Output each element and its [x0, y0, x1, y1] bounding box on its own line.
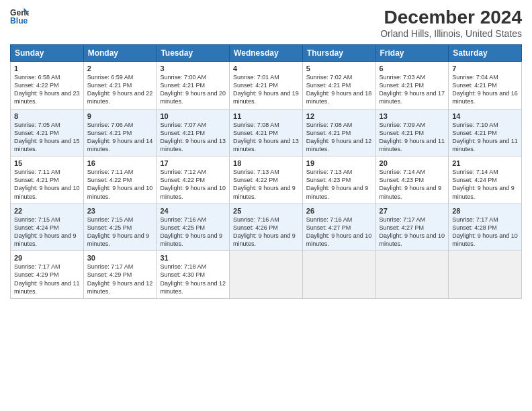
calendar-cell: 11Sunrise: 7:08 AMSunset: 4:21 PMDayligh…: [230, 109, 303, 156]
calendar-cell: 1Sunrise: 6:58 AMSunset: 4:22 PMDaylight…: [11, 62, 84, 109]
day-info: Sunrise: 7:03 AMSunset: 4:21 PMDaylight:…: [380, 73, 445, 106]
weekday-header: Tuesday: [157, 45, 230, 62]
day-info: Sunrise: 7:14 AMSunset: 4:24 PMDaylight:…: [452, 168, 518, 201]
day-info: Sunrise: 7:17 AMSunset: 4:29 PMDaylight:…: [14, 263, 80, 295]
day-number: 21: [452, 159, 518, 167]
day-info: Sunrise: 6:58 AMSunset: 4:22 PMDaylight:…: [14, 73, 80, 106]
calendar-cell: [449, 251, 522, 299]
calendar-cell: [302, 251, 375, 299]
calendar-cell: 6Sunrise: 7:03 AMSunset: 4:21 PMDaylight…: [375, 62, 449, 109]
calendar-cell: 27Sunrise: 7:17 AMSunset: 4:27 PMDayligh…: [375, 203, 449, 251]
calendar-cell: 22Sunrise: 7:15 AMSunset: 4:24 PMDayligh…: [11, 203, 84, 251]
calendar-cell: 13Sunrise: 7:09 AMSunset: 4:21 PMDayligh…: [375, 109, 449, 156]
day-number: 16: [87, 159, 153, 167]
weekday-header: Monday: [83, 45, 157, 62]
day-info: Sunrise: 7:15 AMSunset: 4:25 PMDaylight:…: [87, 216, 153, 248]
day-info: Sunrise: 7:16 AMSunset: 4:25 PMDaylight:…: [160, 216, 226, 248]
day-number: 24: [160, 207, 226, 215]
calendar-cell: 17Sunrise: 7:12 AMSunset: 4:22 PMDayligh…: [157, 156, 230, 204]
calendar-cell: 9Sunrise: 7:06 AMSunset: 4:21 PMDaylight…: [83, 109, 157, 156]
calendar-cell: 14Sunrise: 7:10 AMSunset: 4:21 PMDayligh…: [449, 109, 522, 156]
day-number: 3: [160, 64, 226, 73]
day-number: 30: [87, 254, 153, 262]
day-number: 26: [306, 207, 372, 215]
day-number: 13: [380, 112, 445, 120]
day-info: Sunrise: 7:13 AMSunset: 4:22 PMDaylight:…: [233, 168, 299, 201]
header: General Blue December 2024 Orland Hills,…: [10, 7, 522, 39]
day-number: 27: [380, 207, 445, 215]
weekday-header: Friday: [375, 45, 449, 62]
calendar-cell: 24Sunrise: 7:16 AMSunset: 4:25 PMDayligh…: [157, 203, 230, 251]
calendar-week-row: 29Sunrise: 7:17 AMSunset: 4:29 PMDayligh…: [11, 251, 522, 299]
calendar-cell: 18Sunrise: 7:13 AMSunset: 4:22 PMDayligh…: [230, 156, 303, 204]
day-number: 29: [14, 254, 80, 262]
day-info: Sunrise: 7:10 AMSunset: 4:21 PMDaylight:…: [452, 121, 518, 154]
day-number: 12: [306, 112, 372, 120]
day-number: 15: [14, 159, 80, 167]
day-number: 5: [306, 64, 372, 73]
calendar-cell: 3Sunrise: 7:00 AMSunset: 4:21 PMDaylight…: [157, 62, 230, 109]
calendar-week-row: 8Sunrise: 7:05 AMSunset: 4:21 PMDaylight…: [11, 109, 522, 156]
day-info: Sunrise: 7:06 AMSunset: 4:21 PMDaylight:…: [87, 121, 153, 154]
day-info: Sunrise: 7:16 AMSunset: 4:26 PMDaylight:…: [233, 216, 299, 248]
title-block: December 2024 Orland Hills, Illinois, Un…: [380, 7, 522, 39]
day-info: Sunrise: 7:14 AMSunset: 4:23 PMDaylight:…: [380, 168, 445, 201]
day-info: Sunrise: 7:17 AMSunset: 4:29 PMDaylight:…: [87, 263, 153, 295]
day-info: Sunrise: 7:15 AMSunset: 4:24 PMDaylight:…: [14, 216, 80, 248]
day-info: Sunrise: 6:59 AMSunset: 4:21 PMDaylight:…: [87, 73, 153, 106]
day-number: 14: [452, 112, 518, 120]
calendar-table: SundayMondayTuesdayWednesdayThursdayFrid…: [10, 44, 522, 299]
calendar-cell: 28Sunrise: 7:17 AMSunset: 4:28 PMDayligh…: [449, 203, 522, 251]
day-number: 18: [233, 159, 299, 167]
day-number: 28: [452, 207, 518, 215]
day-number: 19: [306, 159, 372, 167]
calendar-cell: 5Sunrise: 7:02 AMSunset: 4:21 PMDaylight…: [302, 62, 375, 109]
calendar-cell: 16Sunrise: 7:11 AMSunset: 4:22 PMDayligh…: [83, 156, 157, 204]
day-number: 25: [233, 207, 299, 215]
day-info: Sunrise: 7:04 AMSunset: 4:21 PMDaylight:…: [452, 73, 518, 106]
calendar-week-row: 22Sunrise: 7:15 AMSunset: 4:24 PMDayligh…: [11, 203, 522, 251]
main-title: December 2024: [380, 7, 522, 28]
logo: General Blue: [10, 7, 29, 26]
calendar-week-row: 1Sunrise: 6:58 AMSunset: 4:22 PMDaylight…: [11, 62, 522, 109]
calendar-cell: 20Sunrise: 7:14 AMSunset: 4:23 PMDayligh…: [375, 156, 449, 204]
day-number: 23: [87, 207, 153, 215]
day-number: 6: [380, 64, 445, 73]
calendar-cell: 26Sunrise: 7:16 AMSunset: 4:27 PMDayligh…: [302, 203, 375, 251]
calendar-cell: 19Sunrise: 7:13 AMSunset: 4:23 PMDayligh…: [302, 156, 375, 204]
day-number: 10: [160, 112, 226, 120]
day-number: 20: [380, 159, 445, 167]
day-number: 4: [233, 64, 299, 73]
day-number: 11: [233, 112, 299, 120]
day-info: Sunrise: 7:11 AMSunset: 4:22 PMDaylight:…: [87, 168, 153, 201]
day-info: Sunrise: 7:13 AMSunset: 4:23 PMDaylight:…: [306, 168, 372, 201]
day-info: Sunrise: 7:11 AMSunset: 4:21 PMDaylight:…: [14, 168, 80, 201]
day-number: 2: [87, 64, 153, 73]
day-number: 7: [452, 64, 518, 73]
day-number: 22: [14, 207, 80, 215]
calendar-cell: 15Sunrise: 7:11 AMSunset: 4:21 PMDayligh…: [11, 156, 84, 204]
calendar-cell: 31Sunrise: 7:18 AMSunset: 4:30 PMDayligh…: [157, 251, 230, 299]
weekday-header: Thursday: [302, 45, 375, 62]
day-info: Sunrise: 7:18 AMSunset: 4:30 PMDaylight:…: [160, 263, 226, 295]
logo-icon: General Blue: [10, 7, 29, 26]
subtitle: Orland Hills, Illinois, United States: [380, 28, 522, 39]
calendar-cell: 23Sunrise: 7:15 AMSunset: 4:25 PMDayligh…: [83, 203, 157, 251]
weekday-header: Saturday: [449, 45, 522, 62]
calendar-cell: 12Sunrise: 7:08 AMSunset: 4:21 PMDayligh…: [302, 109, 375, 156]
day-info: Sunrise: 7:16 AMSunset: 4:27 PMDaylight:…: [306, 216, 372, 248]
calendar-cell: [230, 251, 303, 299]
day-info: Sunrise: 7:17 AMSunset: 4:27 PMDaylight:…: [380, 216, 445, 248]
day-info: Sunrise: 7:12 AMSunset: 4:22 PMDaylight:…: [160, 168, 226, 201]
day-info: Sunrise: 7:17 AMSunset: 4:28 PMDaylight:…: [452, 216, 518, 248]
day-info: Sunrise: 7:08 AMSunset: 4:21 PMDaylight:…: [233, 121, 299, 154]
day-info: Sunrise: 7:09 AMSunset: 4:21 PMDaylight:…: [380, 121, 445, 154]
svg-text:Blue: Blue: [10, 16, 28, 26]
calendar-cell: 30Sunrise: 7:17 AMSunset: 4:29 PMDayligh…: [83, 251, 157, 299]
page: General Blue December 2024 Orland Hills,…: [0, 0, 532, 411]
calendar-cell: 7Sunrise: 7:04 AMSunset: 4:21 PMDaylight…: [449, 62, 522, 109]
day-number: 17: [160, 159, 226, 167]
day-info: Sunrise: 7:00 AMSunset: 4:21 PMDaylight:…: [160, 73, 226, 106]
calendar-cell: 25Sunrise: 7:16 AMSunset: 4:26 PMDayligh…: [230, 203, 303, 251]
calendar-cell: 8Sunrise: 7:05 AMSunset: 4:21 PMDaylight…: [11, 109, 84, 156]
